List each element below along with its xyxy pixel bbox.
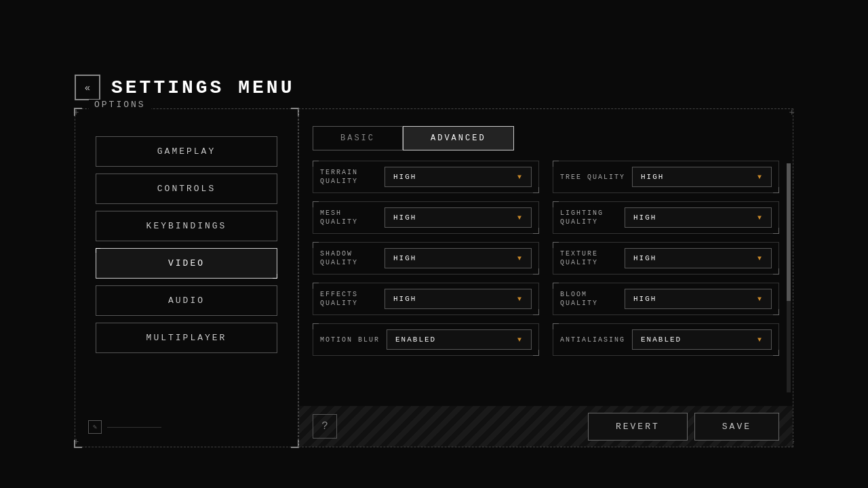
help-button[interactable]: ? [313, 414, 337, 439]
setting-antialiasing: ANTIALIASING ENABLED ▼ [553, 323, 779, 356]
bloom-quality-dropdown[interactable]: HIGH ▼ [625, 289, 772, 309]
mesh-quality-value: HIGH [393, 214, 416, 222]
effects-quality-label: EFFECTSQUALITY [320, 290, 378, 308]
terrain-quality-arrow: ▼ [517, 174, 523, 181]
shadow-quality-arrow: ▼ [517, 255, 523, 262]
scroll-indicator[interactable] [787, 163, 791, 392]
edit-icon-symbol: ✎ [93, 423, 97, 431]
nav-video[interactable]: VIDEO [96, 248, 277, 279]
antialiasing-value: ENABLED [641, 336, 682, 344]
effects-quality-dropdown[interactable]: HIGH ▼ [384, 289, 532, 309]
page-title: SETTINGS MENU [111, 77, 294, 98]
setting-motion-blur: MOTION BLUR ENABLED ▼ [313, 323, 539, 356]
setting-effects-quality: EFFECTSQUALITY HIGH ▼ [313, 283, 539, 315]
bloom-quality-label: BLOOMQUALITY [560, 290, 618, 308]
antialiasing-dropdown[interactable]: ENABLED ▼ [632, 329, 772, 350]
texture-quality-value: HIGH [633, 254, 656, 262]
nav-controls[interactable]: CONTROLS [96, 174, 277, 204]
edit-line [107, 427, 161, 428]
left-panel: OPTIONS GAMEPLAY CONTROLS KEYBINDINGS VI… [75, 108, 298, 447]
mesh-quality-label: MESHQUALITY [320, 209, 378, 226]
shadow-quality-label: SHADOWQUALITY [320, 249, 378, 267]
shadow-quality-dropdown[interactable]: HIGH ▼ [384, 248, 532, 268]
terrain-quality-value: HIGH [393, 173, 416, 181]
settings-grid: TERRAINQUALITY HIGH ▼ TREE QUALITY HIGH … [299, 161, 793, 356]
lighting-quality-dropdown[interactable]: HIGH ▼ [625, 207, 772, 228]
help-icon-symbol: ? [321, 420, 328, 432]
terrain-quality-dropdown[interactable]: HIGH ▼ [384, 167, 532, 187]
setting-tree-quality: TREE QUALITY HIGH ▼ [553, 161, 779, 193]
antialiasing-label: ANTIALIASING [560, 336, 625, 344]
nav-multiplayer[interactable]: MULTIPLAYER [96, 323, 277, 353]
tab-basic[interactable]: BASIC [313, 126, 403, 150]
effects-quality-arrow: ▼ [517, 296, 523, 303]
tab-advanced[interactable]: ADVANCED [403, 126, 514, 150]
lighting-quality-label: LIGHTINGQUALITY [560, 209, 618, 226]
header: « SETTINGS MENU [75, 75, 294, 100]
setting-bloom-quality: BLOOMQUALITY HIGH ▼ [553, 283, 779, 315]
nav-keybindings[interactable]: KEYBINDINGS [96, 211, 277, 241]
setting-texture-quality: TEXTUREQUALITY HIGH ▼ [553, 242, 779, 274]
texture-quality-label: TEXTUREQUALITY [560, 249, 618, 267]
lighting-quality-value: HIGH [633, 214, 656, 222]
bottom-bar: ? REVERT SAVE [299, 406, 793, 447]
setting-lighting-quality: LIGHTINGQUALITY HIGH ▼ [553, 201, 779, 234]
tree-quality-value: HIGH [641, 173, 664, 181]
mesh-quality-dropdown[interactable]: HIGH ▼ [384, 207, 532, 228]
tree-quality-dropdown[interactable]: HIGH ▼ [632, 167, 772, 187]
edit-decoration: ✎ [88, 420, 161, 434]
effects-quality-value: HIGH [393, 295, 416, 303]
motion-blur-label: MOTION BLUR [320, 336, 380, 344]
texture-quality-arrow: ▼ [757, 255, 763, 262]
edit-icon-box: ✎ [88, 420, 102, 434]
tree-quality-label: TREE QUALITY [560, 173, 625, 182]
nav-audio[interactable]: AUDIO [96, 285, 277, 316]
save-button[interactable]: SAVE [694, 413, 779, 441]
back-button[interactable]: « [75, 75, 100, 100]
left-panel-label: OPTIONS [89, 100, 151, 110]
tree-quality-arrow: ▼ [757, 174, 763, 181]
setting-mesh-quality: MESHQUALITY HIGH ▼ [313, 201, 539, 234]
bloom-quality-arrow: ▼ [757, 296, 763, 303]
antialiasing-arrow: ▼ [757, 336, 763, 344]
motion-blur-dropdown[interactable]: ENABLED ▼ [387, 329, 532, 350]
right-panel: VIDEO BASIC ADVANCED TERRAINQUALITY HIGH… [298, 108, 793, 447]
bloom-quality-value: HIGH [633, 295, 656, 303]
scroll-thumb [787, 163, 791, 301]
motion-blur-value: ENABLED [395, 336, 436, 344]
revert-button[interactable]: REVERT [588, 413, 688, 441]
texture-quality-dropdown[interactable]: HIGH ▼ [625, 248, 772, 268]
mesh-quality-arrow: ▼ [517, 214, 523, 222]
back-icon: « [85, 82, 90, 93]
motion-blur-arrow: ▼ [517, 336, 523, 344]
terrain-quality-label: TERRAINQUALITY [320, 168, 378, 186]
setting-terrain-quality: TERRAINQUALITY HIGH ▼ [313, 161, 539, 193]
nav-gameplay[interactable]: GAMEPLAY [96, 136, 277, 167]
setting-shadow-quality: SHADOWQUALITY HIGH ▼ [313, 242, 539, 274]
nav-buttons: GAMEPLAY CONTROLS KEYBINDINGS VIDEO AUDI… [75, 109, 298, 367]
tabs-row: BASIC ADVANCED [313, 126, 779, 150]
main-container: OPTIONS GAMEPLAY CONTROLS KEYBINDINGS VI… [75, 108, 793, 447]
lighting-quality-arrow: ▼ [757, 214, 763, 222]
right-panel-label: VIDEO [313, 108, 360, 110]
shadow-quality-value: HIGH [393, 254, 416, 262]
